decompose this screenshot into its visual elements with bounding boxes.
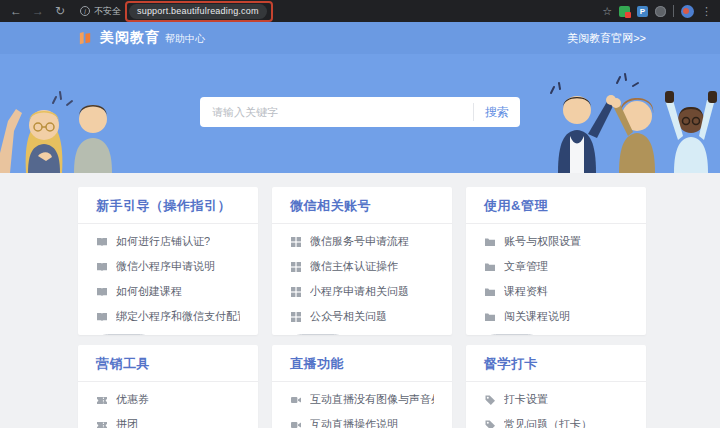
card-live-streaming: 直播功能 互动直播没有图像与声音处理 （Win10...互动直播操作说明直播课程… bbox=[272, 345, 452, 428]
info-icon[interactable]: i bbox=[80, 6, 90, 16]
search-box: 搜索 bbox=[200, 97, 520, 127]
search-input[interactable] bbox=[200, 106, 473, 118]
grid-icon bbox=[290, 261, 302, 273]
search-button[interactable]: 搜索 bbox=[474, 104, 520, 121]
card-item[interactable]: 微信服务号申请流程 bbox=[290, 229, 434, 254]
brand-logo-icon bbox=[78, 31, 93, 46]
back-icon[interactable]: ← bbox=[8, 0, 24, 22]
card-item[interactable]: 如何进行店铺认证? bbox=[96, 229, 240, 254]
card-item[interactable]: 文章管理 bbox=[484, 254, 628, 279]
card-item[interactable]: 互动直播没有图像与声音处理 （Win10... bbox=[290, 387, 434, 412]
address-bar[interactable]: support.beautifulreading.com bbox=[129, 4, 267, 19]
card-usage-management: 使用&管理 账号与权限设置文章管理课程资料闯关课程说明更多 bbox=[466, 187, 646, 335]
card-title: 督学打卡 bbox=[466, 345, 646, 381]
brand-name[interactable]: 美阅教育 bbox=[100, 29, 160, 47]
card-item-label: 互动直播操作说明 bbox=[310, 417, 398, 428]
card-item-label: 绑定小程序和微信支付配置 bbox=[116, 309, 240, 324]
card-item[interactable]: 绑定小程序和微信支付配置 bbox=[96, 304, 240, 329]
hero-banner: 搜索 bbox=[0, 54, 720, 173]
book-icon bbox=[96, 311, 108, 323]
card-item-label: 闯关课程说明 bbox=[504, 309, 570, 324]
tag-icon bbox=[484, 419, 496, 428]
card-getting-started: 新手引导（操作指引） 如何进行店铺认证?微信小程序申请说明如何创建课程绑定小程序… bbox=[78, 187, 258, 335]
card-item-label: 微信服务号申请流程 bbox=[310, 234, 409, 249]
card-item-label: 课程资料 bbox=[504, 284, 548, 299]
card-item-label: 文章管理 bbox=[504, 259, 548, 274]
book-icon bbox=[96, 261, 108, 273]
card-item-label: 公众号相关问题 bbox=[310, 309, 387, 324]
browser-chrome: ← → ↻ i 不安全 support.beautifulreading.com… bbox=[0, 0, 720, 22]
card-item[interactable]: 小程序申请相关问题 bbox=[290, 279, 434, 304]
extension-icon-p[interactable]: P bbox=[637, 6, 648, 17]
card-item-label: 打卡设置 bbox=[504, 392, 548, 407]
card-title: 营销工具 bbox=[78, 345, 258, 381]
card-item-label: 微信主体认证操作 bbox=[310, 259, 398, 274]
grid-icon bbox=[290, 286, 302, 298]
card-item-label: 如何创建课程 bbox=[116, 284, 182, 299]
video-icon bbox=[290, 419, 302, 428]
hero-illustration-right bbox=[525, 58, 720, 173]
card-item[interactable]: 优惠券 bbox=[96, 387, 240, 412]
grid-icon bbox=[290, 236, 302, 248]
card-item[interactable]: 互动直播操作说明 bbox=[290, 412, 434, 428]
card-item-label: 如何进行店铺认证? bbox=[116, 234, 210, 249]
card-item-label: 互动直播没有图像与声音处理 （Win10... bbox=[310, 392, 434, 407]
chrome-separator bbox=[673, 5, 674, 17]
card-item-label: 账号与权限设置 bbox=[504, 234, 581, 249]
card-item[interactable]: 打卡设置 bbox=[484, 387, 628, 412]
card-title: 微信相关账号 bbox=[272, 187, 452, 223]
card-item[interactable]: 常见问题（打卡） bbox=[484, 412, 628, 428]
card-title: 直播功能 bbox=[272, 345, 452, 381]
site-header: 美阅教育 帮助中心 美阅教育官网>> bbox=[0, 22, 720, 54]
tag-icon bbox=[484, 394, 496, 406]
folder-icon bbox=[484, 286, 496, 298]
grid-icon bbox=[290, 311, 302, 323]
ticket-icon bbox=[96, 419, 108, 428]
card-marketing-tools: 营销工具 优惠券拼团分销员 bbox=[78, 345, 258, 428]
reload-icon[interactable]: ↻ bbox=[52, 0, 68, 22]
card-item-label: 优惠券 bbox=[116, 392, 149, 407]
folder-icon bbox=[484, 261, 496, 273]
card-item[interactable]: 拼团 bbox=[96, 412, 240, 428]
card-wechat-accounts: 微信相关账号 微信服务号申请流程微信主体认证操作小程序申请相关问题公众号相关问题… bbox=[272, 187, 452, 335]
more-button[interactable]: 更多 bbox=[96, 334, 152, 335]
hero-illustration-left bbox=[0, 61, 200, 173]
folder-icon bbox=[484, 311, 496, 323]
help-sections: 新手引导（操作指引） 如何进行店铺认证?微信小程序申请说明如何创建课程绑定小程序… bbox=[0, 173, 720, 428]
url-text[interactable]: support.beautifulreading.com bbox=[137, 6, 259, 16]
security-label: 不安全 bbox=[94, 5, 121, 18]
bookmark-star-icon[interactable]: ☆ bbox=[602, 5, 612, 18]
card-item[interactable]: 公众号相关问题 bbox=[290, 304, 434, 329]
card-title: 新手引导（操作指引） bbox=[78, 187, 258, 223]
menu-dots-icon[interactable]: ⋮ bbox=[701, 5, 712, 18]
card-item-label: 小程序申请相关问题 bbox=[310, 284, 409, 299]
card-item[interactable]: 课程资料 bbox=[484, 279, 628, 304]
video-icon bbox=[290, 394, 302, 406]
book-icon bbox=[96, 236, 108, 248]
extension-icon-1[interactable] bbox=[619, 6, 630, 17]
card-item-label: 微信小程序申请说明 bbox=[116, 259, 215, 274]
official-site-link[interactable]: 美阅教育官网>> bbox=[567, 31, 646, 46]
card-item[interactable]: 如何创建课程 bbox=[96, 279, 240, 304]
extension-globe-icon[interactable] bbox=[655, 6, 666, 17]
card-item[interactable]: 微信小程序申请说明 bbox=[96, 254, 240, 279]
card-item[interactable]: 账号与权限设置 bbox=[484, 229, 628, 254]
brand-suffix: 帮助中心 bbox=[165, 32, 205, 46]
folder-icon bbox=[484, 236, 496, 248]
card-item-label: 常见问题（打卡） bbox=[504, 417, 592, 428]
book-icon bbox=[96, 286, 108, 298]
forward-icon[interactable]: → bbox=[30, 0, 46, 22]
card-item[interactable]: 微信主体认证操作 bbox=[290, 254, 434, 279]
card-study-checkin: 督学打卡 打卡设置常见问题（打卡） bbox=[466, 345, 646, 428]
more-button[interactable]: 更多 bbox=[484, 334, 540, 335]
more-button[interactable]: 更多 bbox=[290, 334, 346, 335]
ticket-icon bbox=[96, 394, 108, 406]
card-item-label: 拼团 bbox=[116, 417, 138, 428]
profile-avatar[interactable] bbox=[681, 5, 694, 18]
card-item[interactable]: 闯关课程说明 bbox=[484, 304, 628, 329]
card-title: 使用&管理 bbox=[466, 187, 646, 223]
